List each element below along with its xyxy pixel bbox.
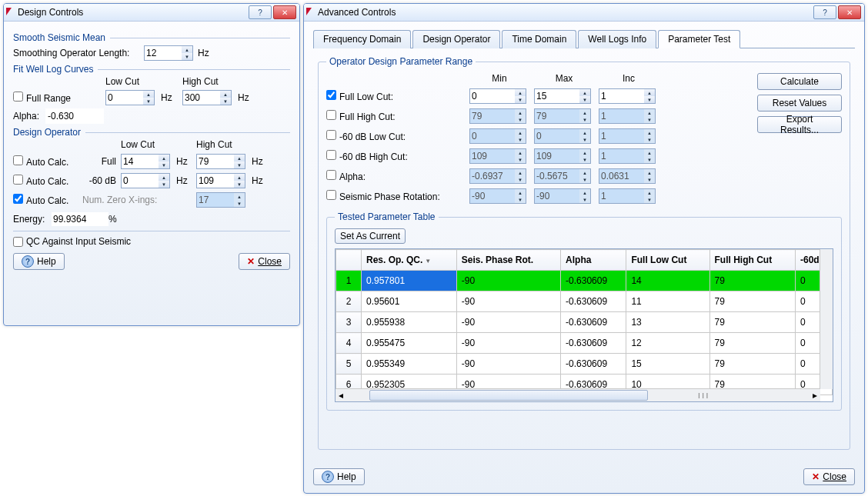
param-min-4: ▲▼ [469, 168, 526, 184]
design-op-section-label: Design Operator [13, 127, 290, 138]
smoothing-spin[interactable]: ▲▼ [144, 45, 193, 61]
param-min-5: ▲▼ [469, 188, 526, 204]
full-low-spin[interactable]: ▲▼ [121, 154, 172, 169]
param-min-3: ▲▼ [469, 148, 526, 164]
param-row-1[interactable]: Full High Cut: [326, 110, 465, 122]
calculate-button[interactable]: Calculate [757, 73, 842, 90]
param-max-0[interactable]: ▲▼ [534, 88, 591, 104]
num-xings-label: Num. Zero X-ings: [82, 195, 175, 205]
param-row-0[interactable]: Full Low Cut: [326, 90, 465, 102]
tab-time-domain[interactable]: Time Domain [502, 30, 576, 48]
table-row[interactable]: 10.957801-90-0.63060914790 [336, 271, 833, 291]
alpha-input[interactable] [45, 108, 104, 124]
tab-frequency-domain[interactable]: Frequency Domain [313, 30, 411, 48]
param-inc-0[interactable]: ▲▼ [599, 88, 656, 104]
param-row-2[interactable]: -60 dB Low Cut: [326, 130, 465, 142]
tab-well-logs-info[interactable]: Well Logs Info [578, 30, 656, 48]
num-xings-spin: ▲▼ [196, 192, 247, 208]
full-range-high-spin[interactable]: ▲▼ [182, 90, 233, 105]
smoothing-label: Smoothing Operator Length: [13, 48, 144, 58]
param-inc-3: ▲▼ [599, 148, 656, 164]
autocalc-full-check[interactable]: Auto Calc. [13, 155, 82, 168]
tabbar: Frequency Domain Design Operator Time Do… [313, 29, 855, 48]
export-results-button[interactable]: Export Results... [757, 116, 842, 133]
set-as-current-button[interactable]: Set As Current [335, 228, 406, 244]
param-min-2: ▲▼ [469, 128, 526, 144]
param-row-3[interactable]: -60 dB High Cut: [326, 150, 465, 162]
param-inc-1: ▲▼ [599, 108, 656, 124]
full-high-spin[interactable]: ▲▼ [196, 154, 247, 169]
advanced-controls-window: Advanced Controls ? ✕ Frequency Domain D… [303, 3, 865, 494]
table-row[interactable]: 40.955475-90-0.63060912790 [336, 333, 833, 354]
help-titlebar-button[interactable]: ? [249, 5, 272, 19]
param-range-group: Operator Design Parameter Range Min Max … [318, 56, 850, 450]
m60-high-spin[interactable]: ▲▼ [196, 173, 247, 188]
param-max-3: ▲▼ [534, 148, 591, 164]
app-icon [7, 9, 15, 15]
param-max-2: ▲▼ [534, 128, 591, 144]
param-min-1: ▲▼ [469, 108, 526, 124]
param-max-5: ▲▼ [534, 188, 591, 204]
param-row-4[interactable]: Alpha: [326, 170, 465, 182]
adv-close-button[interactable]: ✕Close [803, 468, 855, 485]
table-row[interactable]: 20.95601-90-0.63060911790 [336, 291, 833, 312]
close-button[interactable]: ✕Close [239, 253, 290, 270]
design-title: Design Controls [18, 7, 247, 18]
help-titlebar-button[interactable]: ? [813, 5, 836, 19]
hscrollbar[interactable]: ◂ııı▸ [336, 388, 820, 401]
adv-help-button[interactable]: ?Help [313, 468, 365, 485]
design-controls-window: Design Controls ? ✕ Smooth Seismic Mean … [3, 3, 300, 326]
design-titlebar[interactable]: Design Controls ? ✕ [4, 4, 299, 22]
tab-parameter-test[interactable]: Parameter Test [658, 30, 740, 48]
param-row-5[interactable]: Seismic Phase Rotation: [326, 190, 465, 202]
param-min-0[interactable]: ▲▼ [469, 88, 526, 104]
table-row[interactable]: 30.955938-90-0.63060913790 [336, 312, 833, 333]
table-row[interactable]: 50.955349-90-0.63060915790 [336, 354, 833, 374]
param-inc-2: ▲▼ [599, 128, 656, 144]
tested-legend: Tested Parameter Table [335, 211, 439, 222]
energy-label: Energy: [13, 214, 52, 225]
inc-hdr: Inc [599, 73, 659, 84]
close-titlebar-button[interactable]: ✕ [838, 5, 861, 19]
tested-table-group: Tested Parameter Table Set As Current Re… [326, 211, 842, 411]
param-inc-4: ▲▼ [599, 168, 656, 184]
qc-check[interactable]: QC Against Input Seismic [13, 236, 290, 247]
tested-table[interactable]: Res. Op. QC.▼Seis. Phase Rot.AlphaFull L… [335, 248, 833, 402]
min-hdr: Min [469, 73, 529, 84]
smooth-section-label: Smooth Seismic Mean [13, 32, 290, 43]
max-hdr: Max [534, 73, 594, 84]
tab-design-operator[interactable]: Design Operator [412, 30, 500, 48]
adv-titlebar[interactable]: Advanced Controls ? ✕ [304, 4, 864, 22]
app-icon [307, 9, 315, 15]
fit-section-label: Fit Well Log Curves [13, 64, 290, 75]
param-max-1: ▲▼ [534, 108, 591, 124]
autocalc-xings-check[interactable]: Auto Calc. [13, 194, 82, 206]
m60-low-spin[interactable]: ▲▼ [121, 173, 172, 188]
help-button[interactable]: ?Help [13, 253, 65, 270]
close-titlebar-button[interactable]: ✕ [273, 5, 296, 19]
adv-title: Advanced Controls [318, 7, 812, 18]
param-range-legend: Operator Design Parameter Range [326, 56, 476, 67]
full-range-check[interactable]: Full Range [13, 92, 105, 104]
param-inc-5: ▲▼ [599, 188, 656, 204]
autocalc-60-check[interactable]: Auto Calc. [13, 175, 82, 187]
reset-values-button[interactable]: Reset Values [757, 95, 842, 112]
low-cut-hdr: Low Cut [105, 76, 159, 87]
alpha-label: Alpha: [13, 111, 45, 122]
param-max-4: ▲▼ [534, 168, 591, 184]
full-range-low-spin[interactable]: ▲▼ [105, 90, 156, 105]
high-cut-hdr: High Cut [182, 76, 236, 87]
vscrollbar[interactable] [820, 249, 833, 389]
energy-value [52, 212, 108, 226]
